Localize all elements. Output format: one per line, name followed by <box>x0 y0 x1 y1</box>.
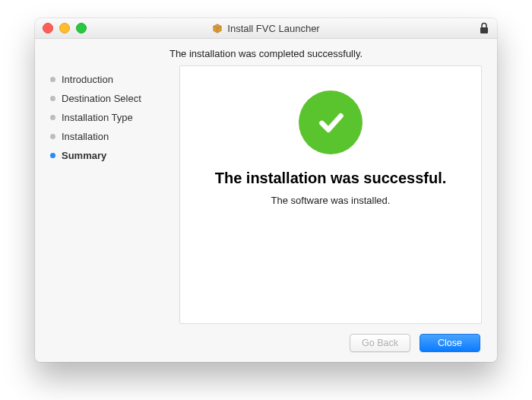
step-label: Installation Type <box>62 112 133 123</box>
step-label: Summary <box>62 150 106 161</box>
traffic-lights <box>35 23 87 33</box>
step-label: Introduction <box>62 74 113 85</box>
step-installation: Installation <box>50 127 172 146</box>
step-introduction: Introduction <box>50 70 172 89</box>
lock-icon <box>479 22 489 34</box>
success-title: The installation was successful. <box>215 170 447 187</box>
bullet-icon <box>50 96 55 101</box>
bullet-icon <box>50 153 55 158</box>
step-label: Destination Select <box>62 93 141 104</box>
package-icon <box>212 23 223 33</box>
close-button[interactable]: Close <box>420 334 480 352</box>
success-check-icon <box>299 90 363 154</box>
step-label: Installation <box>62 131 109 142</box>
step-destination-select: Destination Select <box>50 89 172 108</box>
titlebar: Install FVC Launcher <box>35 18 497 39</box>
minimize-window-button[interactable] <box>59 23 70 33</box>
steps-sidebar: Introduction Destination Select Installa… <box>50 65 172 324</box>
svg-rect-2 <box>480 27 488 33</box>
bullet-icon <box>50 115 55 120</box>
success-subtitle: The software was installed. <box>271 195 391 206</box>
bullet-icon <box>50 134 55 139</box>
footer: Go Back Close <box>35 324 497 362</box>
window-title: Install FVC Launcher <box>227 23 319 34</box>
svg-marker-0 <box>214 24 222 33</box>
completion-message: The installation was completed successfu… <box>35 39 497 65</box>
content-panel: The installation was successful. The sof… <box>179 65 482 324</box>
zoom-window-button[interactable] <box>76 23 87 33</box>
step-summary: Summary <box>50 146 172 165</box>
close-window-button[interactable] <box>43 23 53 33</box>
bullet-icon <box>50 77 55 82</box>
installer-window: Install FVC Launcher The installation wa… <box>35 18 497 362</box>
go-back-button: Go Back <box>350 334 410 352</box>
step-installation-type: Installation Type <box>50 108 172 127</box>
